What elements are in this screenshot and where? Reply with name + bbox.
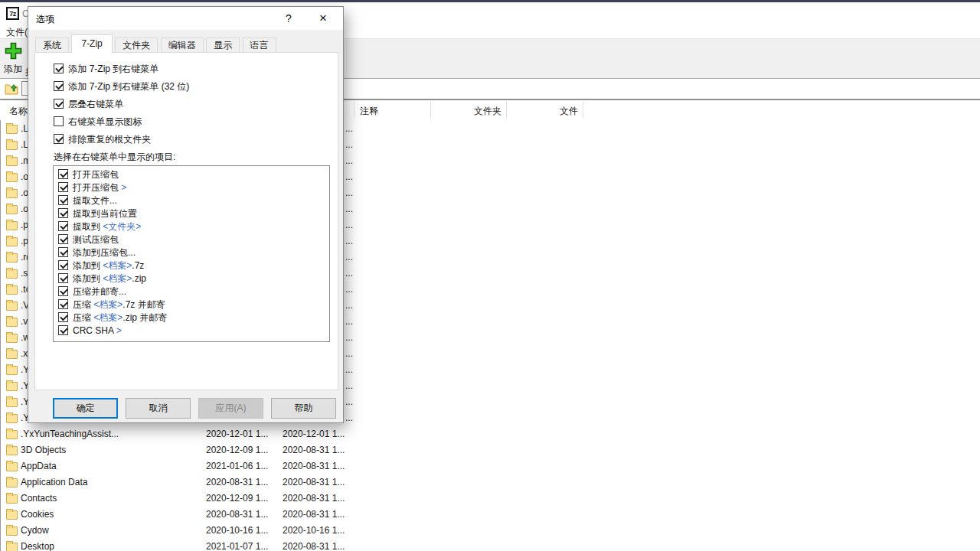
file-row[interactable]: Contacts 2020-12-09 1... 2020-08-31 1... xyxy=(1,491,980,507)
checkbox[interactable] xyxy=(58,260,68,270)
checkbox[interactable] xyxy=(58,273,68,283)
help-icon[interactable]: ? xyxy=(279,10,298,27)
folder-icon xyxy=(6,334,18,343)
menu-item-row[interactable]: 添加到 <档案>.7z xyxy=(58,259,329,272)
file-row[interactable]: AppData 2021-01-06 1... 2020-08-31 1... xyxy=(1,458,980,474)
checkbox[interactable] xyxy=(58,325,68,335)
option-row[interactable]: 排除重复的根文件夹 xyxy=(54,133,151,145)
options-dialog: 选项 ? × 系统 7-Zip 文件夹 编辑器 显示 语言 xyxy=(28,6,344,423)
file-row[interactable]: Application Data 2020-08-31 1... 2020-08… xyxy=(1,474,980,491)
tab[interactable]: 系统 xyxy=(35,37,69,53)
file-name: Cookies xyxy=(21,509,54,520)
checkbox[interactable] xyxy=(58,169,68,179)
menu-item-row[interactable]: 提取文件... xyxy=(58,194,329,207)
column-header-name[interactable]: 名称 xyxy=(9,105,28,118)
folder-icon xyxy=(6,462,18,471)
column-header-comment[interactable]: 注释 xyxy=(360,105,378,118)
folder-icon xyxy=(6,125,18,134)
tab[interactable]: 编辑器 xyxy=(161,37,204,53)
cancel-button[interactable]: 取消 xyxy=(126,398,191,419)
file-row[interactable]: Cookies 2020-08-31 1... 2020-08-31 1... xyxy=(1,507,980,523)
checkbox[interactable] xyxy=(54,116,64,126)
help-button[interactable]: 帮助 xyxy=(271,398,336,419)
item-suffix-text: .zip 并邮寄 xyxy=(122,312,167,323)
item-text: 提取到 xyxy=(73,221,103,232)
menu-item-row[interactable]: CRC SHA > xyxy=(58,324,329,337)
menu-item-row[interactable]: 压缩并邮寄... xyxy=(58,285,329,298)
file-row[interactable]: Cydow 2020-10-16 1... 2020-10-16 1... xyxy=(1,523,980,539)
checkbox[interactable] xyxy=(54,99,64,109)
menu-item-row[interactable]: 测试压缩包 xyxy=(58,233,329,246)
file-modified-date: 2021-01-06 1... xyxy=(206,461,268,471)
checkbox[interactable] xyxy=(54,81,64,91)
dialog-titlebar: 选项 ? × xyxy=(28,7,343,30)
checkbox[interactable] xyxy=(58,208,68,218)
option-row[interactable]: 层叠右键菜单 xyxy=(54,98,123,110)
checkbox[interactable] xyxy=(58,195,68,205)
truncated-column-text: ... xyxy=(345,236,353,246)
up-one-level-button[interactable] xyxy=(4,81,20,96)
tab[interactable]: 语言 xyxy=(243,37,276,53)
menu-item-row[interactable]: 打开压缩包 xyxy=(58,168,329,181)
menu-item-row[interactable]: 提取到当前位置 xyxy=(58,207,329,220)
menu-item-row[interactable]: 压缩 <档案>.zip 并邮寄 xyxy=(58,311,329,324)
close-icon[interactable]: × xyxy=(312,8,335,28)
column-separator[interactable] xyxy=(583,102,583,118)
option-label: 排除重复的根文件夹 xyxy=(68,134,151,145)
menu-item-row[interactable]: 压缩 <档案>.7z 并邮寄 xyxy=(58,298,329,311)
file-row[interactable]: 3D Objects 2020-12-09 1... 2020-08-31 1.… xyxy=(1,442,980,458)
apply-button[interactable]: 应用(A) xyxy=(198,398,263,419)
folder-icon xyxy=(6,141,18,150)
checkbox[interactable] xyxy=(58,299,68,309)
item-text: 添加到 xyxy=(73,273,103,284)
menu-item-row[interactable]: 打开压缩包 > xyxy=(58,181,329,194)
folder-icon xyxy=(6,253,18,262)
checkbox[interactable] xyxy=(58,312,68,322)
checkbox[interactable] xyxy=(58,247,68,257)
column-separator[interactable] xyxy=(430,102,431,118)
file-modified-date: 2020-12-01 1... xyxy=(206,429,268,439)
checkbox[interactable] xyxy=(58,221,68,231)
folder-icon xyxy=(6,269,18,279)
menu-item-row[interactable]: 添加到压缩包... xyxy=(58,246,329,259)
column-header-folders[interactable]: 文件夹 xyxy=(430,105,501,118)
tab[interactable]: 显示 xyxy=(206,37,240,53)
truncated-column-text: ... xyxy=(345,220,353,230)
dialog-tabs: 系统 7-Zip 文件夹 编辑器 显示 语言 xyxy=(35,34,276,53)
option-label: 右键菜单显示图标 xyxy=(68,116,142,127)
file-name: Application Data xyxy=(21,477,87,487)
file-row[interactable]: Desktop 2021-01-07 1... 2020-08-31 1... xyxy=(1,539,980,551)
folder-icon xyxy=(6,398,18,407)
tab[interactable]: 7-Zip xyxy=(71,34,112,53)
file-created-date: 2020-08-31 1... xyxy=(283,493,345,504)
item-suffix-text: .zip xyxy=(132,273,146,284)
folder-icon xyxy=(6,510,18,520)
folder-icon xyxy=(6,414,18,423)
file-row[interactable]: .YxYunTeachingAssist... 2020-12-01 1... … xyxy=(1,426,980,442)
context-menu-items-listbox[interactable]: 打开压缩包 打开压缩包 > 提取文件... 提取到当前位置 xyxy=(53,165,330,342)
menu-item-row[interactable]: 提取到 <文件夹> xyxy=(58,220,329,233)
option-row[interactable]: 右键菜单显示图标 xyxy=(54,116,142,128)
ok-button[interactable]: 确定 xyxy=(53,398,118,419)
checkbox[interactable] xyxy=(58,286,68,296)
item-text: 提取到当前位置 xyxy=(73,208,137,219)
option-row[interactable]: 添加 7-Zip 到右键菜单 (32 位) xyxy=(54,80,189,93)
folder-icon xyxy=(6,221,18,230)
column-header-files[interactable]: 文件 xyxy=(506,105,578,118)
item-accent-text: <档案> xyxy=(103,273,132,284)
screen: 7z C... 文件(F) 添加 提取 xyxy=(0,0,980,551)
column-separator[interactable] xyxy=(506,102,507,118)
file-name: .YxYunTeachingAssist... xyxy=(21,429,119,439)
file-name: Contacts xyxy=(21,493,57,504)
checkbox[interactable] xyxy=(54,64,64,73)
7zip-app-icon: 7z xyxy=(6,7,19,20)
tab[interactable]: 文件夹 xyxy=(115,37,158,53)
file-name: Cydow xyxy=(21,525,49,536)
file-modified-date: 2020-12-09 1... xyxy=(206,445,268,455)
checkbox[interactable] xyxy=(54,134,64,144)
checkbox[interactable] xyxy=(58,182,68,192)
checkbox[interactable] xyxy=(58,234,68,244)
option-row[interactable]: 添加 7-Zip 到右键菜单 xyxy=(54,63,158,75)
column-separator[interactable] xyxy=(354,102,354,118)
menu-item-row[interactable]: 添加到 <档案>.zip xyxy=(58,272,329,285)
